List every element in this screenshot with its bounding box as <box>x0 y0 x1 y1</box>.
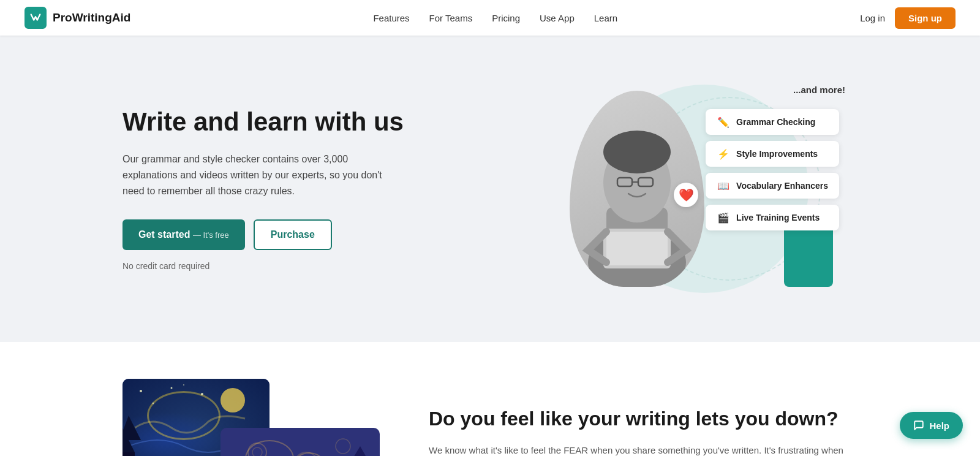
svg-point-10 <box>140 390 142 392</box>
get-started-label: Get started <box>138 229 190 240</box>
style-label: Style Improvements <box>736 149 818 159</box>
teal-accent-block <box>784 226 833 287</box>
nav-use-app[interactable]: Use App <box>540 13 575 23</box>
svg-point-9 <box>221 388 245 412</box>
feature-card-vocab: 📖 Vocabulary Enhancers <box>706 173 839 199</box>
nav-features[interactable]: Features <box>373 13 409 23</box>
chat-icon <box>913 420 924 431</box>
login-link[interactable]: Log in <box>860 13 885 23</box>
svg-point-11 <box>171 387 173 389</box>
svg-point-3 <box>603 131 671 173</box>
hero-illustration: ...and more! ❤️ ✏️ Grammar Checking ⚡ St… <box>429 72 858 305</box>
navbar: ProWritingAid Features For Teams Pricing… <box>0 0 980 36</box>
grammar-icon: ✏️ <box>717 115 730 129</box>
section2-title: Do you feel like your writing lets you d… <box>429 406 858 432</box>
help-button[interactable]: Help <box>900 412 963 439</box>
hero-title: Write and learn with us <box>123 107 429 137</box>
section2-description: We know what it's like to feel the FEAR … <box>429 443 858 456</box>
style-icon: ⚡ <box>717 147 730 161</box>
svg-rect-8 <box>606 232 668 265</box>
nav-for-teams[interactable]: For Teams <box>429 13 473 23</box>
logo-icon <box>24 7 47 29</box>
hero-content: Write and learn with us Our grammar and … <box>123 107 429 271</box>
vocab-label: Vocabulary Enhancers <box>736 181 828 191</box>
svg-marker-23 <box>349 446 371 456</box>
svg-point-14 <box>183 384 184 386</box>
nav-pricing[interactable]: Pricing <box>492 13 520 23</box>
grammar-label: Grammar Checking <box>736 117 815 127</box>
hero-description: Our grammar and style checker contains o… <box>123 151 392 200</box>
svg-point-13 <box>153 403 154 405</box>
dark-blue-card <box>221 428 380 456</box>
svg-point-12 <box>201 393 203 395</box>
get-started-sub: — It's free <box>193 230 229 240</box>
logo-text: ProWritingAid <box>53 11 130 25</box>
section2: My idea in my head Do you feel like your… <box>0 342 980 456</box>
feature-card-grammar: ✏️ Grammar Checking <box>706 109 839 135</box>
vocab-icon: 📖 <box>717 179 730 192</box>
training-label: Live Training Events <box>736 213 820 222</box>
svg-point-18 <box>248 443 266 456</box>
svg-rect-15 <box>123 452 135 456</box>
and-more-label: ...and more! <box>793 85 845 95</box>
feature-cards: ✏️ Grammar Checking ⚡ Style Improvements… <box>706 109 839 230</box>
svg-point-19 <box>252 447 262 456</box>
image-cards-wrapper: My idea in my head <box>123 379 380 456</box>
feature-card-training: 🎬 Live Training Events <box>706 205 839 230</box>
purchase-button[interactable]: Purchase <box>254 219 332 250</box>
get-started-button[interactable]: Get started — It's free <box>123 219 245 250</box>
heart-badge: ❤️ <box>674 183 698 207</box>
section2-image-area: My idea in my head <box>123 379 392 456</box>
svg-point-20 <box>294 452 318 456</box>
training-icon: 🎬 <box>717 211 730 224</box>
svg-point-21 <box>336 439 350 454</box>
no-card-text: No credit card required <box>123 261 429 271</box>
nav-links: Features For Teams Pricing Use App Learn <box>373 13 617 23</box>
hero-section: Write and learn with us Our grammar and … <box>0 36 980 342</box>
nav-learn[interactable]: Learn <box>594 13 617 23</box>
hero-buttons: Get started — It's free Purchase <box>123 219 429 250</box>
help-label: Help <box>929 420 949 431</box>
nav-actions: Log in Sign up <box>860 7 956 29</box>
signup-button[interactable]: Sign up <box>895 7 956 29</box>
section2-text: Do you feel like your writing lets you d… <box>429 406 858 456</box>
feature-card-style: ⚡ Style Improvements <box>706 141 839 167</box>
logo[interactable]: ProWritingAid <box>24 7 130 29</box>
svg-marker-17 <box>123 416 141 440</box>
